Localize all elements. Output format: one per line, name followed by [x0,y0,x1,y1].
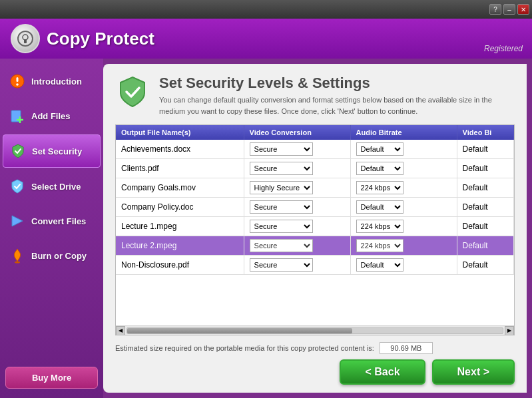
cell-audio-bitrate[interactable]: Default128 kbps224 kbps320 kbps [350,236,457,256]
next-button[interactable]: Next > [432,359,515,385]
svg-point-0 [18,31,33,46]
buy-more-button[interactable]: Buy More [5,367,98,389]
svg-rect-2 [24,39,27,43]
table-row: Company Goals.movSecureHighly SecureMaxi… [116,178,514,198]
page-header: Set Security Levels & Settings You can c… [115,75,515,116]
convert-files-icon [8,212,27,230]
sidebar-label-add-files: Add Files [31,111,71,121]
cell-filename: Lecture 1.mpeg [116,217,244,236]
content-footer: Estimated size required on the portable … [115,342,515,385]
registered-badge: Registered [484,44,523,53]
sidebar-label-set-security: Set Security [32,146,82,156]
cell-audio-bitrate[interactable]: Default128 kbps224 kbps320 kbps [350,198,457,217]
horizontal-scrollbar[interactable]: ◀ ▶ [116,325,514,335]
cell-audio-bitrate[interactable]: Default128 kbps224 kbps320 kbps [350,159,457,178]
audio-bitrate-select[interactable]: Default128 kbps224 kbps320 kbps [356,258,403,272]
sidebar-item-set-security[interactable]: Set Security [3,134,101,168]
audio-bitrate-select[interactable]: Default128 kbps224 kbps320 kbps [356,239,403,252]
sidebar-item-burn-or-copy[interactable]: Burn or Copy [3,240,101,272]
cell-video-conversion[interactable]: SecureHighly SecureMaximum [244,256,350,275]
title-bar: ? – ✕ [0,0,532,19]
table-row: Lecture 2.mpegSecureHighly SecureMaximum… [116,236,514,256]
cell-video-bi: Default [457,140,513,159]
cell-video-conversion[interactable]: SecureHighly SecureMaximum [244,198,350,217]
video-conversion-select[interactable]: SecureHighly SecureMaximum [250,220,313,233]
table-row: Clients.pdfSecureHighly SecureMaximumDef… [116,159,514,178]
app-logo-icon [11,24,40,53]
audio-bitrate-select[interactable]: Default128 kbps224 kbps320 kbps [356,220,403,233]
sidebar-bottom: Buy More [0,364,103,398]
cell-video-bi: Default [457,198,513,217]
page-title-block: Set Security Levels & Settings You can c… [159,75,515,116]
cell-audio-bitrate[interactable]: Default128 kbps224 kbps320 kbps [350,178,457,198]
cell-video-bi: Default [457,178,513,198]
help-button[interactable]: ? [489,4,501,15]
cell-audio-bitrate[interactable]: Default128 kbps224 kbps320 kbps [350,217,457,236]
table-row: Achievements.docxSecureHighly SecureMaxi… [116,140,514,159]
col-audio-bitrate: Audio Bitrate [350,125,457,140]
svg-rect-4 [17,77,19,82]
page-desc: You can change default quality conversio… [159,95,515,116]
cell-filename: Lecture 2.mpeg [116,236,244,256]
cell-filename: Company Policy.doc [116,198,244,217]
video-conversion-select[interactable]: SecureHighly SecureMaximum [250,258,313,272]
table-row: Non-Disclosure.pdfSecureHighly SecureMax… [116,256,514,275]
audio-bitrate-select[interactable]: Default128 kbps224 kbps320 kbps [356,162,403,175]
audio-bitrate-select[interactable]: Default128 kbps224 kbps320 kbps [356,142,403,156]
audio-bitrate-select[interactable]: Default128 kbps224 kbps320 kbps [356,181,403,194]
cell-video-bi: Default [457,236,513,256]
close-button[interactable]: ✕ [517,4,529,15]
size-value: 90.69 MB [380,342,433,354]
cell-video-conversion[interactable]: SecureHighly SecureMaximum [244,236,350,256]
video-conversion-select[interactable]: SecureHighly SecureMaximum [250,181,313,194]
cell-video-bi: Default [457,159,513,178]
sidebar-item-convert-files[interactable]: Convert Files [3,205,101,237]
sidebar-label-select-drive: Select Drive [31,182,81,192]
add-files-icon [8,106,27,125]
scroll-left-arrow[interactable]: ◀ [116,326,125,335]
files-table: Output File Name(s) Video Conversion Aud… [115,124,515,335]
table-scroll-area[interactable]: Output File Name(s) Video Conversion Aud… [116,125,514,325]
sidebar-label-convert-files: Convert Files [31,216,86,226]
exclamation-icon [8,72,27,91]
svg-marker-9 [12,216,23,226]
video-conversion-select[interactable]: SecureHighly SecureMaximum [250,200,313,214]
video-conversion-select[interactable]: SecureHighly SecureMaximum [250,239,313,252]
cell-video-conversion[interactable]: SecureHighly SecureMaximum [244,178,350,198]
cell-video-conversion[interactable]: SecureHighly SecureMaximum [244,159,350,178]
col-video-bi: Video Bi [457,125,513,140]
cell-video-bi: Default [457,256,513,275]
minimize-button[interactable]: – [503,4,515,15]
cell-audio-bitrate[interactable]: Default128 kbps224 kbps320 kbps [350,256,457,275]
sidebar-item-add-files[interactable]: Add Files [3,100,101,132]
select-drive-icon [8,177,27,196]
svg-point-5 [16,83,19,86]
nav-buttons: < Back Next > [115,359,515,385]
table-header-row: Output File Name(s) Video Conversion Aud… [116,125,514,140]
col-filename: Output File Name(s) [116,125,244,140]
scrollbar-thumb[interactable] [127,328,352,333]
col-video-conversion: Video Conversion [244,125,350,140]
sidebar-item-introduction[interactable]: Introduction [3,65,101,97]
app-header: Copy Protect Registered [0,19,532,59]
cell-audio-bitrate[interactable]: Default128 kbps224 kbps320 kbps [350,140,457,159]
video-conversion-select[interactable]: SecureHighly SecureMaximum [250,162,313,175]
back-button[interactable]: < Back [340,359,425,385]
cell-video-conversion[interactable]: SecureHighly SecureMaximum [244,140,350,159]
video-conversion-select[interactable]: SecureHighly SecureMaximum [250,142,313,156]
scroll-right-arrow[interactable]: ▶ [505,326,514,335]
table-row: Company Policy.docSecureHighly SecureMax… [116,198,514,217]
shield-icon [115,75,150,109]
cell-video-conversion[interactable]: SecureHighly SecureMaximum [244,217,350,236]
set-security-icon [9,142,27,160]
cell-filename: Non-Disclosure.pdf [116,256,244,275]
cell-video-bi: Default [457,217,513,236]
cell-filename: Clients.pdf [116,159,244,178]
table-row: Lecture 1.mpegSecureHighly SecureMaximum… [116,217,514,236]
audio-bitrate-select[interactable]: Default128 kbps224 kbps320 kbps [356,200,403,214]
sidebar-item-select-drive[interactable]: Select Drive [3,170,101,202]
scrollbar-track[interactable] [127,327,503,334]
cell-filename: Company Goals.mov [116,178,244,198]
svg-point-10 [15,262,20,264]
burn-or-copy-icon [8,246,27,265]
